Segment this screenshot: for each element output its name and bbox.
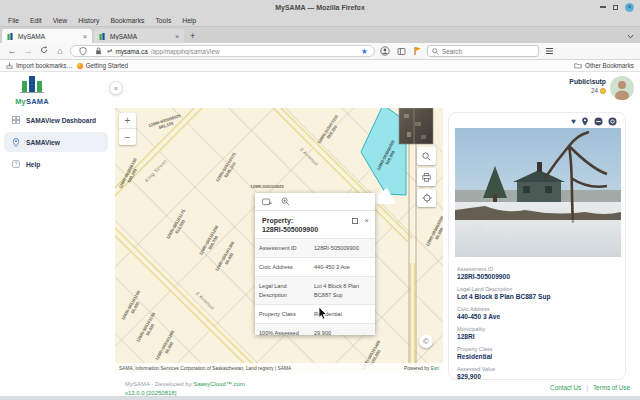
getting-started-label: Getting Started	[86, 62, 128, 69]
minus-circle-icon[interactable]	[594, 117, 603, 126]
field-label: Assessed Value	[457, 366, 617, 373]
import-icon	[6, 62, 13, 69]
overview-thumbnail[interactable]	[399, 108, 433, 144]
list-tabs-chevron-icon[interactable]	[627, 29, 634, 43]
tab-close-icon[interactable]: ×	[175, 33, 179, 40]
sidebar-item-help[interactable]: Help	[4, 154, 108, 174]
menu-item-help[interactable]: Help	[182, 17, 196, 24]
credits-count: 24	[591, 87, 598, 94]
url-bar[interactable]: ⇄ mysama.ca /app/mapping/samaView ★	[70, 45, 375, 57]
footer-dev-text: MySAMA - Developed by	[125, 381, 193, 387]
search-input[interactable]	[442, 48, 522, 55]
getting-started-item[interactable]: Getting Started	[77, 62, 128, 69]
logo-text-my: My	[15, 97, 26, 106]
permissions-icon[interactable]: ⇄	[107, 47, 112, 55]
tab-mysama-2[interactable]: MySAMA ×	[94, 29, 184, 43]
field-label: Assessment ID	[457, 266, 617, 273]
row-value: Lot 4 Block 8 Plan BC887 Sup	[310, 277, 375, 304]
map-canvas[interactable]: King Street 3 Avenue 2 Avenue 128RI-5050…	[115, 108, 443, 373]
popup-close-icon[interactable]: ×	[364, 217, 369, 225]
close-button[interactable]: ✕	[625, 3, 634, 12]
search-icon	[422, 152, 431, 161]
row-label: Assessment ID	[255, 239, 310, 258]
property-photo[interactable]	[455, 128, 621, 257]
url-domain[interactable]: mysama.ca	[115, 48, 147, 55]
sidebar-item-samaview[interactable]: SAMAView	[4, 132, 108, 152]
footer-dev-link[interactable]: SaasyCloud™.com	[193, 381, 244, 387]
menu-item-file[interactable]: File	[8, 17, 19, 24]
home-button[interactable]: ⌂	[54, 47, 66, 56]
menu-item-tools[interactable]: Tools	[155, 17, 171, 24]
map-pin-icon[interactable]	[581, 117, 589, 126]
lock-icon[interactable]	[92, 47, 104, 55]
field-label: Property Class	[457, 346, 617, 353]
forward-button[interactable]: →	[22, 47, 34, 56]
field-value: Lot 4 Block 8 Plan BC887 Sup	[457, 293, 617, 302]
esri-link[interactable]: Esri	[431, 366, 439, 371]
zoom-to-icon[interactable]	[281, 197, 290, 206]
folder-icon	[574, 62, 582, 69]
bookmark-star-icon[interactable]: ★	[361, 47, 368, 56]
table-row: Assessment ID 128RI-505009900	[255, 239, 375, 258]
navigation-bar: ← → ⌂ ⇄ mysama.ca /app/mapping/samaView …	[0, 43, 640, 60]
camera-icon[interactable]	[608, 117, 617, 126]
url-path[interactable]: /app/mapping/samaView	[151, 48, 358, 55]
property-fields: Assessment ID 128RI-505009900 Legal Land…	[457, 261, 617, 381]
other-bookmarks-item[interactable]: Other Bookmarks	[574, 62, 634, 69]
sidebar-collapse-button[interactable]: «	[109, 81, 123, 95]
search-bar[interactable]	[427, 45, 539, 57]
terms-of-use-link[interactable]: Terms of Use	[593, 384, 630, 391]
other-bookmarks-label: Other Bookmarks	[585, 62, 634, 69]
field-label: Civic Address	[457, 306, 617, 313]
zoom-out-button[interactable]: −	[119, 129, 136, 145]
tab-mysama-active[interactable]: MySAMA ×	[2, 29, 92, 43]
minimize-button[interactable]	[600, 6, 606, 8]
import-bookmarks-item[interactable]: Import bookmarks…	[6, 62, 73, 69]
panel-action-icons: ♥	[571, 117, 617, 126]
zoom-in-button[interactable]: +	[119, 113, 136, 129]
map-locate-button[interactable]	[417, 189, 436, 207]
table-row: 100% Assessed Value 29,900	[255, 323, 375, 335]
new-tab-button[interactable]: +	[184, 29, 201, 43]
mysama-favicon	[99, 33, 106, 40]
map-print-button[interactable]	[417, 168, 436, 186]
shield-icon[interactable]	[77, 47, 89, 56]
footer-links: Contact Us | Terms of Use	[550, 384, 630, 391]
menu-item-bookmarks[interactable]: Bookmarks	[110, 17, 144, 24]
property-detail-panel: ♥	[448, 112, 626, 380]
logo-text-sama: SAMA	[26, 97, 49, 106]
table-row: Property Class Residential	[255, 304, 375, 323]
contact-us-link[interactable]: Contact Us	[550, 384, 581, 391]
maximize-button[interactable]	[613, 5, 618, 10]
mysama-logo-icon	[19, 75, 45, 93]
avatar[interactable]	[610, 76, 634, 100]
menu-item-history[interactable]: History	[78, 17, 99, 24]
reload-button[interactable]	[38, 46, 50, 56]
browser-window: MySAMA — Mozilla Firefox ✕ File Edit Vie…	[0, 0, 640, 400]
popup-dock-icon[interactable]	[352, 218, 358, 224]
sidebar-item-samaview-dashboard[interactable]: SAMAView Dashboard	[4, 110, 108, 130]
menu-item-view[interactable]: View	[53, 17, 68, 24]
screenshot-icon[interactable]	[262, 198, 272, 206]
field-value: $29,900	[457, 373, 617, 382]
tab-close-icon[interactable]: ×	[83, 33, 87, 40]
map-search-button[interactable]	[417, 147, 436, 165]
bookmarks-bar: Import bookmarks… Getting Started Other …	[0, 60, 640, 72]
row-label: Property Class	[255, 304, 310, 323]
hamburger-menu-icon[interactable]	[543, 47, 555, 55]
map-copyright-button[interactable]: ©	[419, 334, 433, 348]
sidebar-item-label: Help	[26, 161, 40, 168]
map-tools	[417, 147, 436, 207]
search-icon	[432, 48, 439, 55]
favorite-heart-icon[interactable]: ♥	[571, 118, 576, 126]
extension-flag-icon[interactable]	[411, 46, 423, 56]
field-value: Residential	[457, 353, 617, 362]
window-bottom-strip	[0, 396, 640, 400]
mouse-cursor	[318, 307, 327, 320]
menu-item-edit[interactable]: Edit	[30, 17, 42, 24]
back-button[interactable]: ←	[6, 47, 18, 56]
account-icon[interactable]	[379, 46, 391, 56]
sidebars-icon[interactable]	[395, 47, 407, 56]
tab-bar: MySAMA × MySAMA × +	[0, 27, 640, 43]
field-label: Legal Land Description	[457, 286, 617, 293]
